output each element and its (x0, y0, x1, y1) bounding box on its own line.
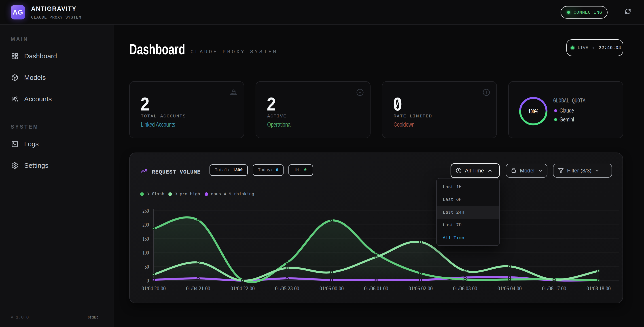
svg-text:01/04 22:00: 01/04 22:00 (230, 285, 255, 292)
svg-text:200: 200 (142, 222, 149, 228)
svg-text:100: 100 (142, 250, 149, 256)
svg-text:0: 0 (147, 277, 149, 284)
svg-text:01/06 01:00: 01/06 01:00 (364, 285, 388, 292)
svg-text:01/06 04:00: 01/06 04:00 (498, 285, 522, 292)
svg-text:01/08 17:00: 01/08 17:00 (542, 285, 566, 292)
svg-text:01/08 18:00: 01/08 18:00 (586, 285, 611, 292)
svg-text:100%: 100% (528, 108, 538, 114)
svg-text:01/04 21:00: 01/04 21:00 (186, 285, 210, 292)
svg-text:250: 250 (142, 208, 149, 214)
svg-text:01/05 23:00: 01/05 23:00 (275, 285, 299, 292)
svg-text:01/06 02:00: 01/06 02:00 (408, 285, 433, 292)
svg-text:01/04 20:00: 01/04 20:00 (142, 285, 166, 292)
svg-text:01/06 00:00: 01/06 00:00 (320, 285, 344, 292)
svg-text:150: 150 (142, 236, 149, 242)
svg-text:01/06 03:00: 01/06 03:00 (453, 285, 477, 292)
svg-text:50: 50 (145, 264, 149, 270)
